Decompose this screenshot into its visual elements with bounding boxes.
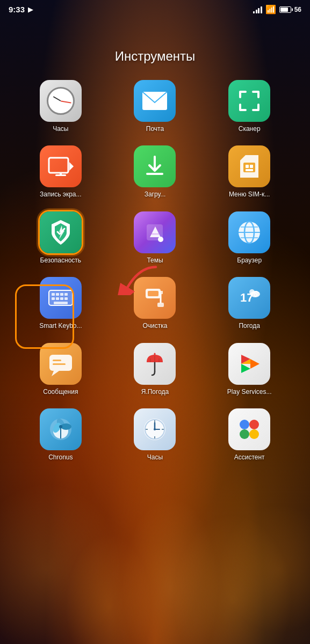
security-icon: [40, 211, 82, 253]
svg-marker-2: [69, 162, 74, 171]
status-left: 9:33 ▶: [9, 5, 33, 14]
app-label-cleaner: Очистка: [143, 322, 168, 330]
chronus-icon: [40, 408, 82, 450]
svg-marker-47: [241, 364, 250, 373]
themes-icon: [134, 211, 176, 253]
svg-point-66: [240, 420, 249, 429]
app-download[interactable]: Загру...: [111, 145, 200, 198]
clock-icon: [40, 80, 82, 122]
notification-icon: ▶: [28, 6, 33, 13]
app-label-messages: Сообщения: [43, 388, 78, 396]
svg-point-69: [249, 429, 259, 439]
signal-icon: [253, 6, 262, 13]
app-assistant[interactable]: Ассистент: [205, 408, 294, 461]
battery-level: 56: [294, 6, 301, 13]
svg-rect-5: [146, 173, 163, 175]
app-label-weather: Погода: [239, 322, 260, 330]
red-arrow: [107, 263, 172, 295]
playservices-icon: [228, 343, 270, 385]
clock2-icon: [134, 408, 176, 450]
assistant-icon: [228, 408, 270, 450]
app-screenrecord[interactable]: Запись экра...: [16, 145, 105, 198]
svg-point-65: [154, 428, 156, 430]
app-label-clock2: Часы: [147, 453, 163, 461]
time-display: 9:33: [9, 5, 25, 14]
app-label-mail: Почта: [146, 125, 164, 133]
app-sim[interactable]: Меню SIM-к...: [205, 145, 294, 198]
app-label-playservices: Play Services...: [227, 388, 272, 396]
browser-icon: [228, 211, 270, 253]
yaweather-icon: [134, 343, 176, 385]
app-themes[interactable]: Темы: [111, 211, 200, 264]
security-highlight-box: [15, 284, 74, 349]
status-right: 📶 56: [253, 4, 301, 14]
sim-icon: [228, 145, 270, 187]
app-label-assistant: Ассистент: [234, 453, 265, 461]
screenrecord-icon: [40, 145, 82, 187]
app-label-chronus: Chronus: [48, 453, 73, 461]
svg-marker-48: [250, 359, 259, 369]
weather-icon: 17°: [228, 277, 270, 319]
app-mail[interactable]: Почта: [111, 80, 200, 133]
svg-rect-7: [246, 165, 249, 168]
folder-title: Инструменты: [0, 49, 310, 64]
svg-rect-40: [53, 363, 66, 365]
app-playservices[interactable]: Play Services...: [205, 343, 294, 396]
svg-point-67: [249, 420, 259, 429]
app-label-security: Безопасность: [40, 257, 82, 264]
app-label-screenrecord: Запись экра...: [40, 191, 81, 198]
svg-rect-37: [49, 355, 72, 371]
status-bar: 9:33 ▶ 📶 56: [0, 0, 310, 17]
svg-point-36: [250, 291, 260, 297]
battery-indicator: 56: [279, 6, 301, 13]
app-security[interactable]: Безопасность: [16, 211, 105, 264]
svg-rect-8: [250, 165, 253, 168]
app-clock[interactable]: Часы: [16, 80, 105, 133]
app-chronus[interactable]: Chronus: [16, 408, 105, 461]
app-clock2[interactable]: Часы: [111, 408, 200, 461]
svg-point-11: [158, 237, 163, 242]
svg-rect-39: [53, 360, 61, 361]
app-browser[interactable]: Браузер: [205, 211, 294, 264]
mail-icon: [134, 80, 176, 122]
svg-rect-32: [157, 303, 164, 307]
app-label-browser: Браузер: [237, 257, 262, 264]
svg-marker-38: [52, 371, 59, 376]
svg-rect-4: [60, 173, 62, 175]
app-label-yaweather: Я.Погода: [141, 388, 169, 396]
svg-rect-1: [49, 158, 68, 173]
download-icon: [134, 145, 176, 187]
app-weather[interactable]: 17° Погода: [205, 277, 294, 330]
app-scanner[interactable]: Сканер: [205, 80, 294, 133]
app-label-sim: Меню SIM-к...: [229, 191, 270, 198]
app-yaweather[interactable]: Я.Погода: [111, 343, 200, 396]
wifi-icon: 📶: [265, 4, 276, 14]
scanner-icon: [228, 80, 270, 122]
app-messages[interactable]: Сообщения: [16, 343, 105, 396]
app-label-scanner: Сканер: [239, 125, 261, 133]
app-label-clock: Часы: [53, 125, 68, 133]
app-label-download: Загру...: [145, 191, 166, 198]
svg-point-68: [240, 429, 249, 439]
messages-icon: [40, 343, 82, 385]
svg-rect-9: [246, 169, 253, 171]
